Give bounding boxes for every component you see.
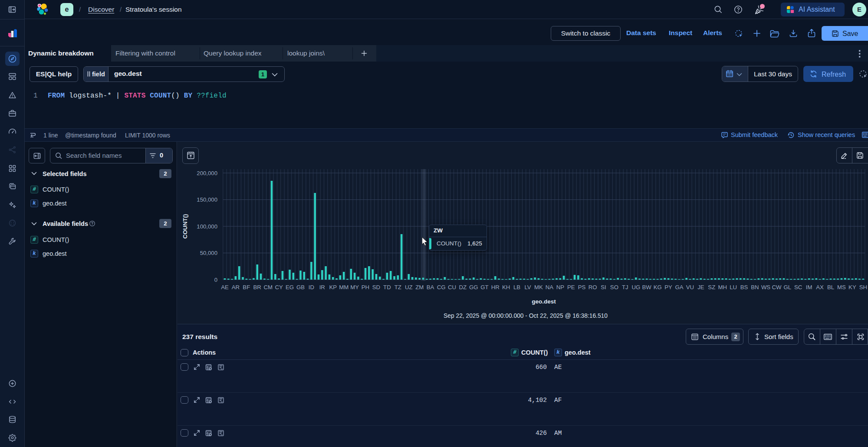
svg-text:KY: KY — [848, 284, 856, 290]
svg-text:150,000: 150,000 — [197, 196, 217, 203]
svg-text:CG: CG — [437, 284, 446, 290]
svg-text:PS: PS — [578, 284, 586, 290]
svg-text:LU: LU — [730, 284, 737, 290]
svg-text:TD: TD — [383, 284, 391, 290]
svg-text:JE: JE — [697, 284, 704, 290]
svg-text:ZM: ZM — [415, 284, 424, 290]
svg-text:KP: KP — [329, 284, 337, 290]
svg-text:AE: AE — [221, 284, 229, 290]
svg-text:geo.dest: geo.dest — [532, 298, 556, 305]
svg-text:IR: IR — [319, 284, 325, 290]
svg-text:BS: BS — [740, 284, 748, 290]
svg-text:VU: VU — [686, 284, 694, 290]
svg-text:SD: SD — [372, 284, 380, 290]
svg-text:MK: MK — [534, 284, 543, 290]
svg-text:KG: KG — [654, 284, 662, 290]
svg-text:NA: NA — [546, 284, 554, 290]
svg-text:GL: GL — [784, 284, 792, 290]
svg-text:MM: MM — [339, 284, 349, 290]
svg-text:UG: UG — [631, 284, 640, 290]
svg-text:AX: AX — [816, 284, 824, 290]
svg-text:TJ: TJ — [622, 284, 628, 290]
svg-text:BA: BA — [427, 284, 434, 290]
svg-text:PH: PH — [362, 284, 369, 290]
svg-text:BW: BW — [642, 284, 652, 290]
svg-text:SI: SI — [601, 284, 606, 290]
svg-text:MY: MY — [350, 284, 359, 290]
svg-text:CW: CW — [772, 284, 782, 290]
svg-text:GB: GB — [296, 284, 305, 290]
svg-text:SZ: SZ — [708, 284, 715, 290]
svg-text:TZ: TZ — [395, 284, 401, 290]
svg-text:CU: CU — [448, 284, 456, 290]
svg-text:SH: SH — [859, 284, 867, 290]
svg-text:BR: BR — [253, 284, 261, 290]
svg-text:GG: GG — [469, 284, 478, 290]
svg-text:PY: PY — [664, 284, 672, 290]
svg-text:DZ: DZ — [459, 284, 467, 290]
svg-text:50,000: 50,000 — [200, 250, 217, 256]
svg-text:UZ: UZ — [405, 284, 413, 290]
svg-text:100,000: 100,000 — [197, 223, 217, 230]
svg-text:ID: ID — [309, 284, 314, 290]
svg-text:SO: SO — [610, 284, 618, 290]
svg-text:Sep 22, 2025 @ 00:00:00.000 -: Sep 22, 2025 @ 00:00:00.000 - Oct 22, 20… — [444, 313, 608, 319]
svg-text:NP: NP — [556, 284, 565, 290]
svg-text:LV: LV — [524, 284, 531, 290]
svg-text:CM: CM — [263, 284, 273, 290]
svg-text:BF: BF — [243, 284, 250, 290]
svg-text:IM: IM — [806, 284, 812, 290]
svg-text:LB: LB — [513, 284, 520, 290]
svg-text:BN: BN — [751, 284, 759, 290]
svg-text:COUNT(): COUNT() — [182, 214, 188, 239]
svg-text:SC: SC — [794, 284, 802, 290]
svg-text:GA: GA — [675, 284, 683, 290]
svg-text:CY: CY — [275, 284, 283, 290]
svg-text:HR: HR — [491, 284, 500, 290]
svg-text:0: 0 — [214, 277, 217, 283]
svg-text:GT: GT — [480, 284, 488, 290]
svg-text:MH: MH — [718, 284, 727, 290]
svg-text:200,000: 200,000 — [197, 170, 217, 176]
svg-text:AR: AR — [232, 284, 240, 290]
svg-text:BL: BL — [827, 284, 834, 290]
svg-text:WS: WS — [761, 284, 770, 290]
svg-text:PE: PE — [567, 284, 575, 290]
svg-text:MS: MS — [837, 284, 846, 290]
svg-text:RO: RO — [589, 284, 597, 290]
svg-text:EG: EG — [286, 284, 294, 290]
svg-text:KH: KH — [502, 284, 510, 290]
